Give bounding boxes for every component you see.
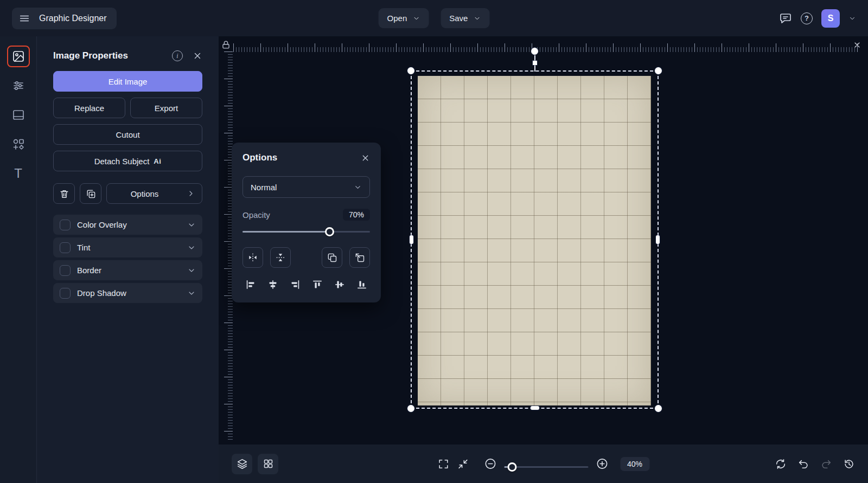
resize-handle-ne[interactable] xyxy=(655,67,662,74)
rotate-handle[interactable] xyxy=(531,48,538,55)
zoom-out-icon xyxy=(484,458,496,470)
opacity-slider-knob[interactable] xyxy=(325,227,334,236)
cutout-button[interactable]: Cutout xyxy=(53,124,202,145)
sidebar-item-text[interactable]: T xyxy=(7,163,30,184)
resize-handle-sw[interactable] xyxy=(407,405,414,412)
panel-close-icon[interactable] xyxy=(193,51,202,61)
zoom-in-button[interactable] xyxy=(596,458,608,470)
toggle-border[interactable]: Border xyxy=(53,260,202,280)
app-chip: Graphic Designer xyxy=(12,8,117,29)
align-bottom-icon[interactable] xyxy=(356,279,368,291)
image-icon xyxy=(12,50,25,63)
help-icon[interactable]: ? xyxy=(801,12,813,24)
open-button[interactable]: Open xyxy=(379,8,429,28)
color-overlay-checkbox[interactable] xyxy=(60,220,71,230)
align-center-horizontal-icon[interactable] xyxy=(267,279,279,291)
reset-icon xyxy=(775,458,787,470)
bring-forward-button[interactable] xyxy=(322,247,342,268)
save-button[interactable]: Save xyxy=(441,8,489,28)
sidebar-item-shapes[interactable] xyxy=(7,133,30,155)
chevron-right-icon xyxy=(187,189,195,198)
redo-button[interactable] xyxy=(820,458,832,470)
fullscreen-button[interactable] xyxy=(437,458,449,470)
align-left-icon[interactable] xyxy=(245,279,257,291)
chevron-down-icon xyxy=(412,15,420,22)
avatar-initial: S xyxy=(828,14,834,23)
sidebar-item-image[interactable] xyxy=(7,46,30,67)
opacity-label: Opacity xyxy=(242,210,270,220)
blend-mode-select[interactable]: Normal xyxy=(242,176,370,198)
blend-mode-value: Normal xyxy=(251,183,277,192)
resize-handle-se[interactable] xyxy=(655,405,662,412)
tint-checkbox[interactable] xyxy=(60,242,71,253)
detach-subject-button[interactable]: Detach Subject Ai xyxy=(53,151,202,171)
bring-forward-icon xyxy=(327,252,337,263)
layers-button[interactable] xyxy=(232,454,252,474)
edit-image-button[interactable]: Edit Image xyxy=(53,71,202,92)
flip-horizontal-button[interactable] xyxy=(242,247,263,268)
delete-button[interactable] xyxy=(53,183,75,204)
history-button[interactable] xyxy=(843,458,855,470)
resize-handle-w[interactable] xyxy=(410,235,413,244)
send-backward-button[interactable] xyxy=(349,247,370,268)
zoom-value[interactable]: 40% xyxy=(620,457,649,471)
toggle-color-overlay[interactable]: Color Overlay xyxy=(53,215,202,235)
drop-shadow-checkbox[interactable] xyxy=(60,288,71,299)
undo-button[interactable] xyxy=(797,458,809,470)
export-button[interactable]: Export xyxy=(130,98,202,118)
chat-icon[interactable] xyxy=(779,12,792,25)
sidebar-item-adjustments[interactable] xyxy=(7,75,30,96)
resize-handle-e[interactable] xyxy=(656,235,660,244)
zoom-slider-knob[interactable] xyxy=(507,462,516,472)
avatar[interactable]: S xyxy=(821,9,840,28)
menu-icon[interactable] xyxy=(18,12,30,24)
reset-view-button[interactable] xyxy=(775,458,787,470)
save-label: Save xyxy=(449,14,468,23)
border-checkbox[interactable] xyxy=(60,265,71,276)
opacity-value: 70% xyxy=(343,209,370,221)
zoom-slider[interactable] xyxy=(504,462,588,472)
resize-handle-nw[interactable] xyxy=(407,67,414,74)
toggle-drop-shadow[interactable]: Drop Shadow xyxy=(53,283,202,303)
flip-horizontal-icon xyxy=(247,252,258,263)
chevron-down-icon xyxy=(187,221,196,229)
popup-title: Options xyxy=(242,152,361,163)
zoom-out-button[interactable] xyxy=(484,458,496,470)
align-middle-vertical-icon[interactable] xyxy=(334,279,346,291)
history-icon xyxy=(843,458,855,470)
horizontal-ruler[interactable] xyxy=(233,39,859,52)
align-top-icon[interactable] xyxy=(311,279,323,291)
canvas-close-icon[interactable] xyxy=(853,41,861,49)
align-right-icon[interactable] xyxy=(289,279,301,291)
chevron-down-icon xyxy=(187,266,196,275)
opacity-slider[interactable] xyxy=(242,227,370,236)
zoom-in-icon xyxy=(596,458,608,470)
duplicate-button[interactable] xyxy=(80,183,101,204)
pages-grid-button[interactable] xyxy=(258,454,278,474)
popup-close-icon[interactable] xyxy=(361,153,370,163)
fullscreen-icon xyxy=(437,458,449,470)
bottom-toolbar: 40% xyxy=(219,445,868,483)
replace-button[interactable]: Replace xyxy=(53,98,125,118)
flip-vertical-icon xyxy=(275,252,286,263)
resize-handle-s[interactable] xyxy=(531,406,539,410)
top-anchor-handle[interactable] xyxy=(533,61,537,65)
options-button[interactable]: Options xyxy=(106,183,202,204)
chevron-down-icon xyxy=(187,243,196,252)
undo-icon xyxy=(797,458,809,470)
sidebar-item-templates[interactable] xyxy=(7,104,30,126)
selected-image[interactable] xyxy=(418,76,651,405)
toggle-tint[interactable]: Tint xyxy=(53,237,202,257)
options-popup: Options Normal Opacity 70% xyxy=(232,143,381,302)
canvas-area[interactable]: Options Normal Opacity 70% xyxy=(219,36,868,483)
flip-vertical-button[interactable] xyxy=(270,247,291,268)
account-chevron-down-icon[interactable] xyxy=(848,15,856,22)
chevron-down-icon xyxy=(187,289,196,298)
lock-icon[interactable] xyxy=(221,40,231,50)
duplicate-icon xyxy=(86,189,96,199)
vertical-ruler[interactable] xyxy=(220,51,233,441)
fit-screen-button[interactable] xyxy=(457,458,469,470)
info-icon[interactable]: i xyxy=(172,50,183,61)
app-title: Graphic Designer xyxy=(39,14,107,23)
templates-icon xyxy=(12,108,25,121)
